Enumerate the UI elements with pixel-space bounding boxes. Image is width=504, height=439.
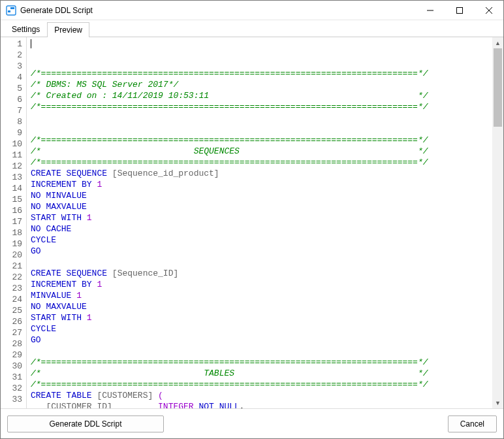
line-number: 4 — [1, 72, 26, 83]
code-line: INCREMENT BY 1 — [31, 279, 492, 290]
code-line: NO MAXVALUE — [31, 301, 492, 312]
line-number: 1 — [1, 39, 26, 50]
text-caret — [31, 39, 31, 48]
line-number: 23 — [1, 283, 26, 294]
line-number: 31 — [1, 372, 26, 383]
code-line: /*======================================… — [31, 135, 492, 146]
line-number: 33 — [1, 394, 26, 405]
code-line — [31, 123, 492, 135]
window-title: Generate DDL Script — [20, 6, 415, 15]
code-line: /*======================================… — [31, 101, 492, 112]
code-line: CYCLE — [31, 323, 492, 334]
line-number: 17 — [1, 216, 26, 227]
line-number: 16 — [1, 205, 26, 216]
code-line — [31, 112, 492, 123]
titlebar: Generate DDL Script — [1, 1, 503, 20]
app-icon — [6, 5, 16, 16]
line-number: 10 — [1, 138, 26, 150]
code-line: /*======================================… — [31, 357, 492, 368]
line-number: 22 — [1, 272, 26, 283]
code-line: /*======================================… — [31, 157, 492, 168]
svg-rect-4 — [456, 7, 462, 13]
line-number: 30 — [1, 361, 26, 372]
line-number: 6 — [1, 94, 26, 105]
maximize-button[interactable] — [445, 1, 474, 20]
line-gutter: 1234567891011121314151617181920212223242… — [1, 37, 27, 408]
line-number: 27 — [1, 327, 26, 338]
code-line: CREATE TABLE [CUSTOMERS] ( — [31, 390, 492, 401]
cancel-button[interactable]: Cancel — [448, 415, 497, 432]
generate-button[interactable]: Generate DDL Script — [7, 415, 164, 432]
code-line: /*======================================… — [31, 379, 492, 390]
code-line: CREATE SEQUENCE [Sequence_id_product] — [31, 168, 492, 179]
code-line — [31, 346, 492, 357]
tabsbar: Settings Preview — [1, 20, 503, 37]
code-line — [31, 257, 492, 268]
line-number: 13 — [1, 172, 26, 183]
code-line: NO MINVALUE — [31, 190, 492, 201]
tab-settings[interactable]: Settings — [5, 22, 47, 37]
line-number: 7 — [1, 105, 26, 116]
footer: Generate DDL Script Cancel — [1, 408, 503, 438]
code-line: [CUSTOMER_ID] INTEGER NOT NULL, — [31, 401, 492, 408]
minimize-button[interactable] — [415, 1, 445, 20]
line-number: 2 — [1, 50, 26, 61]
vertical-scrollbar[interactable]: ▲ ▼ — [492, 37, 503, 408]
window-buttons — [415, 1, 503, 20]
line-number: 28 — [1, 338, 26, 350]
scroll-down-icon[interactable]: ▼ — [492, 397, 503, 408]
line-number: 18 — [1, 227, 26, 238]
code-line: /* DBMS: MS SQL Server 2017*/ — [31, 79, 492, 90]
line-number: 32 — [1, 383, 26, 394]
line-number: 15 — [1, 194, 26, 205]
line-number: 24 — [1, 294, 26, 305]
code-line: GO — [31, 246, 492, 257]
line-number: 12 — [1, 161, 26, 172]
close-button[interactable] — [474, 1, 503, 20]
code-line: /*======================================… — [31, 68, 492, 79]
code-line: /* Created on : 14/11/2019 10:53:11 */ — [31, 90, 492, 101]
tab-preview[interactable]: Preview — [47, 22, 89, 37]
line-number: 11 — [1, 150, 26, 161]
scroll-thumb[interactable] — [494, 48, 502, 127]
line-number: 20 — [1, 250, 26, 261]
code-line: INCREMENT BY 1 — [31, 179, 492, 190]
line-number: 19 — [1, 238, 26, 250]
code-line: MINVALUE 1 — [31, 290, 492, 301]
line-number: 5 — [1, 83, 26, 94]
code-line: START WITH 1 — [31, 212, 492, 223]
code-line: /* TABLES */ — [31, 368, 492, 379]
code-line: NO MAXVALUE — [31, 201, 492, 212]
code-line: CYCLE — [31, 235, 492, 246]
line-number: 29 — [1, 350, 26, 361]
svg-rect-1 — [10, 7, 14, 9]
line-number: 21 — [1, 261, 26, 272]
code-line: GO — [31, 334, 492, 346]
code-view[interactable]: /*======================================… — [27, 37, 492, 408]
line-number: 14 — [1, 183, 26, 194]
line-number: 26 — [1, 316, 26, 327]
line-number: 8 — [1, 116, 26, 127]
line-number: 3 — [1, 61, 26, 72]
line-number: 25 — [1, 305, 26, 316]
editor-area: 1234567891011121314151617181920212223242… — [1, 37, 503, 408]
code-line: NO CACHE — [31, 223, 492, 235]
scroll-up-icon[interactable]: ▲ — [492, 37, 503, 48]
svg-rect-2 — [8, 10, 10, 12]
code-line: START WITH 1 — [31, 312, 492, 323]
code-line: CREATE SEQUENCE [Sequence_ID] — [31, 268, 492, 279]
code-line: /* SEQUENCES */ — [31, 146, 492, 157]
line-number: 9 — [1, 127, 26, 138]
